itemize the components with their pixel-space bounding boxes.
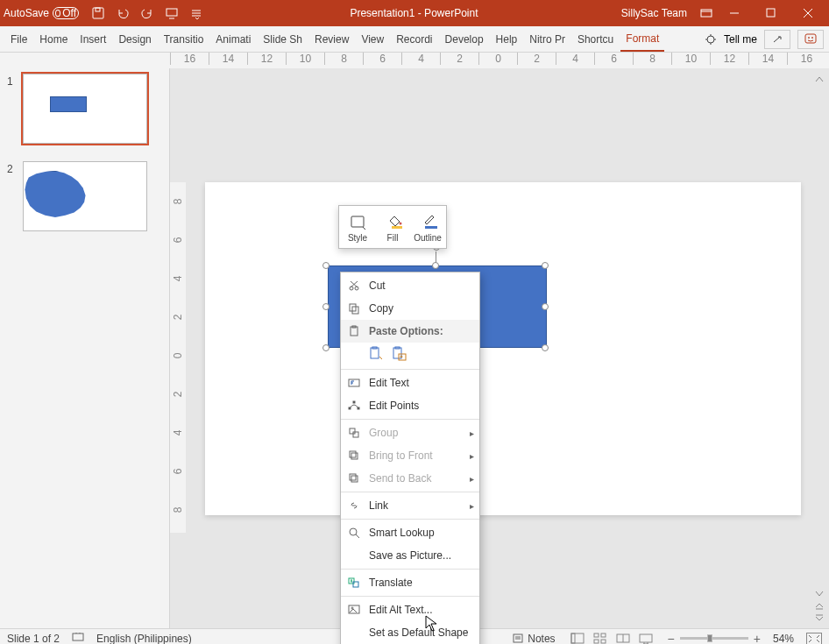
menu-copy[interactable]: Copy — [341, 297, 479, 320]
copy-icon — [346, 301, 362, 316]
resize-handle-tr[interactable] — [542, 262, 549, 269]
svg-point-33 — [350, 528, 357, 535]
svg-rect-25 — [353, 401, 355, 403]
next-slide-button[interactable] — [811, 612, 827, 625]
svg-rect-44 — [594, 633, 599, 637]
zoom-out-button[interactable]: − — [668, 632, 675, 645]
save-icon[interactable] — [88, 3, 109, 24]
menu-translate[interactable]: Translate — [341, 571, 479, 594]
svg-point-8 — [812, 37, 813, 38]
resize-handle-ml[interactable] — [322, 303, 329, 310]
tab-recording[interactable]: Recordi — [391, 27, 437, 52]
resize-handle-bl[interactable] — [322, 344, 329, 351]
redo-icon[interactable] — [137, 3, 158, 24]
menu-set-default-shape[interactable]: Set as Default Shape — [341, 621, 479, 644]
edit-text-icon — [346, 375, 362, 391]
resize-handle-tl[interactable] — [322, 262, 329, 269]
scroll-up-button[interactable] — [813, 74, 825, 86]
tab-developer[interactable]: Develop — [440, 27, 489, 52]
menu-edit-text[interactable]: Edit Text — [341, 372, 479, 394]
notes-button[interactable]: Notes — [512, 633, 555, 645]
resize-handle-br[interactable] — [542, 344, 549, 351]
tab-shortcut[interactable]: Shortcu — [572, 27, 619, 52]
svg-rect-27 — [350, 428, 355, 434]
minimize-button[interactable] — [717, 1, 752, 25]
slide-number: 2 — [7, 161, 19, 231]
menu-paste-options-header: Paste Options: — [341, 320, 479, 343]
tab-animations[interactable]: Animati — [210, 27, 256, 52]
resize-handle-tm[interactable] — [432, 262, 439, 269]
customize-qat-icon[interactable] — [186, 3, 207, 24]
paste-as-picture-icon[interactable] — [390, 345, 407, 365]
feedback-button[interactable] — [797, 30, 824, 49]
prev-slide-button[interactable] — [811, 599, 827, 612]
mini-style-button[interactable]: Style — [341, 209, 374, 244]
reading-view-icon[interactable] — [613, 631, 633, 645]
tell-me-search[interactable]: Tell me — [724, 33, 757, 46]
mini-toolbar: Style Fill Outline — [338, 205, 447, 249]
menu-group: Group▸ — [341, 421, 479, 444]
tab-slideshow[interactable]: Slide Sh — [258, 27, 308, 52]
scroll-down-button[interactable] — [813, 588, 825, 600]
tellme-icon — [705, 33, 717, 46]
edit-points-icon — [346, 398, 362, 414]
tab-review[interactable]: Review — [309, 27, 354, 52]
tab-file[interactable]: File — [5, 27, 32, 52]
autosave-switch[interactable]: Off — [53, 7, 79, 19]
smart-lookup-icon — [346, 525, 362, 541]
autosave-label: AutoSave — [4, 7, 49, 19]
autosave-toggle[interactable]: AutoSave Off — [4, 7, 79, 19]
mini-fill-button[interactable]: Fill — [376, 209, 409, 244]
slide-thumbnail-2[interactable]: 2 — [7, 161, 162, 231]
tab-help[interactable]: Help — [491, 27, 523, 52]
undo-icon[interactable] — [112, 3, 133, 24]
resize-handle-mr[interactable] — [542, 303, 549, 310]
menu-edit-points[interactable]: Edit Points — [341, 394, 479, 417]
ribbon-display-options-icon[interactable] — [696, 3, 717, 24]
svg-rect-2 — [167, 9, 177, 16]
account-name[interactable]: SillySac Team — [621, 7, 687, 19]
menu-save-as-picture[interactable]: Save as Picture... — [341, 544, 479, 567]
tab-transitions[interactable]: Transitio — [159, 27, 209, 52]
outline-pen-icon — [418, 211, 437, 230]
send-back-icon — [346, 471, 362, 486]
slide-thumbnail-1[interactable]: 1 — [7, 74, 162, 144]
slide-sorter-icon[interactable] — [591, 631, 610, 645]
vertical-scrollbar[interactable] — [813, 91, 825, 583]
language-indicator[interactable]: English (Philippines) — [96, 633, 192, 645]
close-button[interactable] — [790, 1, 825, 25]
normal-view-icon[interactable] — [568, 631, 587, 645]
svg-rect-26 — [358, 407, 359, 409]
svg-rect-43 — [571, 633, 575, 643]
svg-rect-0 — [93, 8, 103, 18]
zoom-slider[interactable] — [680, 637, 748, 640]
menu-smart-lookup[interactable]: Smart Lookup — [341, 521, 479, 544]
tab-view[interactable]: View — [356, 27, 389, 52]
svg-rect-24 — [349, 407, 351, 409]
mini-outline-button[interactable]: Outline — [411, 209, 444, 244]
maximize-button[interactable] — [754, 1, 789, 25]
present-icon[interactable] — [161, 3, 182, 24]
svg-rect-4 — [767, 9, 775, 17]
zoom-level[interactable]: 54% — [773, 633, 794, 645]
svg-rect-23 — [349, 379, 359, 386]
menu-edit-alt-text[interactable]: Edit Alt Text... — [341, 598, 479, 621]
slide-edit-area[interactable]: 864202468 Style Fill Outline — [170, 68, 829, 628]
slideshow-view-icon[interactable] — [636, 631, 655, 645]
slide-canvas[interactable] — [205, 182, 801, 515]
tab-format[interactable]: Format — [620, 27, 664, 52]
slide-counter[interactable]: Slide 1 of 2 — [7, 633, 60, 645]
menu-link[interactable]: Link▸ — [341, 494, 479, 517]
tab-insert[interactable]: Insert — [74, 27, 111, 52]
share-button[interactable] — [764, 30, 790, 49]
svg-rect-28 — [353, 432, 358, 437]
tab-home[interactable]: Home — [34, 27, 73, 52]
menu-cut[interactable]: Cut — [341, 274, 479, 297]
svg-rect-17 — [371, 348, 379, 358]
tab-nitropro[interactable]: Nitro Pr — [524, 27, 570, 52]
paste-keep-source-icon[interactable] — [367, 345, 385, 365]
tab-design[interactable]: Design — [113, 27, 156, 52]
fit-to-window-icon[interactable] — [806, 633, 822, 645]
zoom-in-button[interactable]: + — [754, 632, 761, 645]
accessibility-icon[interactable] — [72, 631, 84, 644]
